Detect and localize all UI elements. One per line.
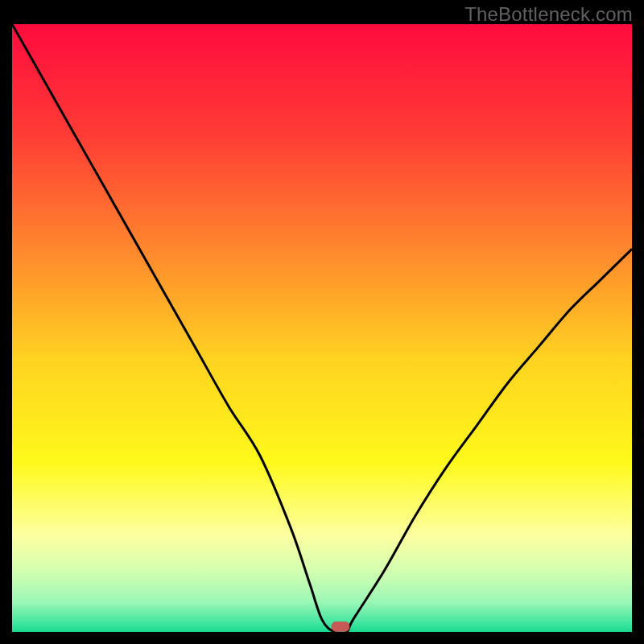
optimal-marker: [332, 621, 349, 631]
chart-frame: TheBottleneck.com: [0, 0, 644, 644]
gradient-background: [12, 24, 632, 632]
bottleneck-chart: [12, 24, 632, 632]
chart-svg: [12, 24, 632, 632]
watermark-text: TheBottleneck.com: [464, 3, 633, 26]
